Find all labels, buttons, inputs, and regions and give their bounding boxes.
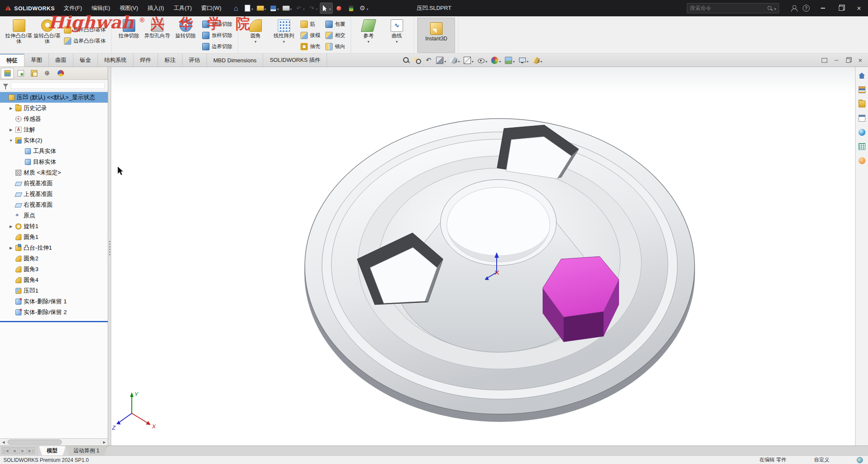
search-caret-icon[interactable] — [774, 4, 776, 12]
forum-icon[interactable] — [856, 156, 868, 166]
property-manager-icon[interactable] — [14, 68, 27, 79]
draft-button[interactable]: 拔模 — [299, 30, 322, 41]
view-settings-icon[interactable] — [517, 56, 530, 65]
doc-minimize-button[interactable] — [831, 56, 841, 65]
tree-item[interactable]: 原点 — [0, 210, 108, 221]
boundary-boss-button[interactable]: 边界凸台/基体 — [63, 36, 107, 46]
view-orientation-icon[interactable] — [449, 56, 461, 65]
redo-icon[interactable] — [307, 3, 319, 14]
command-tab[interactable]: SOLIDWORKS 插件 — [263, 54, 327, 67]
reference-geometry-button[interactable]: 参考 — [354, 18, 382, 53]
scroll-left-icon[interactable] — [0, 439, 7, 446]
dimxpert-manager-icon[interactable] — [41, 68, 54, 79]
tree-item[interactable]: 旋转1 — [0, 221, 108, 232]
extruded-cut-button[interactable]: 拉伸切除 — [115, 18, 143, 53]
reference-caret-icon[interactable] — [367, 39, 370, 44]
previous-tab-icon[interactable] — [10, 447, 18, 454]
view-palette-icon[interactable] — [856, 113, 868, 123]
new-document-icon[interactable] — [243, 3, 255, 14]
doc-close-button[interactable] — [855, 56, 865, 65]
lin-pattern-caret-icon[interactable] — [283, 39, 285, 44]
panel-splitter[interactable] — [108, 67, 111, 446]
tree-item[interactable]: 圆角4 — [0, 275, 108, 285]
menu-item[interactable]: 编辑(E) — [87, 0, 115, 16]
zoom-fit-icon[interactable] — [401, 56, 411, 65]
filter-funnel-icon[interactable] — [3, 84, 8, 87]
menu-item[interactable]: 窗口(W) — [197, 0, 226, 16]
tree-item[interactable]: 目标实体 — [0, 156, 108, 167]
rib-button[interactable]: 筋 — [299, 19, 322, 30]
fillet-button[interactable]: 圆角 — [241, 18, 270, 53]
custom-text[interactable]: 自定义 — [814, 456, 829, 464]
extruded-boss-button[interactable]: 拉伸凸台/基体 — [5, 18, 33, 53]
section-view-icon[interactable] — [435, 56, 447, 65]
expand-arrow-icon[interactable] — [9, 246, 13, 250]
shell-button[interactable]: 抽壳 — [299, 41, 322, 52]
zoom-area-icon[interactable] — [413, 56, 422, 65]
doc-frame-icon[interactable] — [819, 56, 829, 65]
expand-arrow-icon[interactable] — [9, 138, 13, 143]
wrap-button[interactable]: 包覆 — [324, 19, 346, 30]
custom-properties-icon[interactable] — [856, 141, 868, 152]
tree-item[interactable]: 压凹 (默认) <<默认>_显示状态 — [0, 92, 108, 103]
command-tab[interactable]: 焊件 — [134, 54, 158, 67]
tree-item[interactable]: 实体-删除/保留 2 — [0, 307, 108, 317]
lin-pattern-button[interactable]: 线性阵列 — [270, 18, 298, 53]
record-icon[interactable] — [334, 3, 345, 14]
tree-item[interactable]: 右视基准面 — [0, 199, 108, 210]
tree-item[interactable]: 实体(2) — [0, 135, 108, 146]
command-tab[interactable]: 特征 — [0, 54, 24, 67]
rebuild-icon[interactable] — [346, 3, 357, 14]
minimize-button[interactable] — [814, 0, 832, 16]
tree-item[interactable]: 前视基准面 — [0, 178, 108, 189]
expand-arrow-icon[interactable] — [9, 224, 13, 229]
restore-button[interactable] — [832, 0, 850, 16]
menu-item[interactable]: 文件(F) — [59, 0, 87, 16]
graphics-viewport[interactable]: Y X Z — [111, 67, 855, 446]
last-tab-icon[interactable] — [27, 447, 35, 454]
configuration-manager-icon[interactable] — [27, 68, 40, 79]
previous-view-icon[interactable] — [424, 56, 434, 65]
tree-item[interactable]: 凸台-拉伸1 — [0, 242, 108, 253]
mirror-button[interactable]: 镜向 — [324, 41, 346, 52]
help-icon[interactable] — [803, 5, 810, 12]
first-tab-icon[interactable] — [2, 447, 9, 454]
three-d-drawing-icon[interactable] — [531, 56, 543, 65]
instant3d-button[interactable]: Instant3D — [417, 18, 455, 53]
expand-arrow-icon[interactable] — [9, 106, 13, 110]
tree-item[interactable]: 历史记录 — [0, 103, 108, 113]
command-tab[interactable]: 曲面 — [49, 54, 73, 67]
command-tab[interactable]: 结构系统 — [98, 54, 134, 67]
expand-arrow-icon[interactable] — [9, 128, 13, 132]
tree-item[interactable]: 圆角2 — [0, 253, 108, 264]
next-tab-icon[interactable] — [19, 447, 27, 454]
close-button[interactable] — [850, 0, 868, 16]
lofted-boss-button[interactable]: 放样凸台/基体 — [63, 24, 107, 35]
command-tab[interactable]: MBD Dimensions — [207, 54, 263, 67]
display-manager-icon[interactable] — [54, 68, 67, 79]
open-document-icon[interactable] — [255, 3, 267, 14]
resources-home-icon[interactable] — [856, 70, 868, 81]
command-tab[interactable]: 草图 — [24, 54, 49, 67]
home-icon[interactable] — [231, 3, 242, 14]
undo-icon[interactable] — [294, 3, 306, 14]
command-tab[interactable]: 评估 — [182, 54, 207, 67]
menu-item[interactable]: 工具(T) — [169, 0, 197, 16]
tree-item[interactable]: 材质 <未指定> — [0, 167, 108, 178]
viewport-canvas[interactable]: Y X Z — [111, 67, 855, 446]
design-library-icon[interactable] — [856, 85, 868, 95]
fillet-caret-icon[interactable] — [255, 39, 257, 44]
panel-horizontal-scrollbar[interactable] — [0, 438, 108, 446]
apply-scene-icon[interactable] — [504, 56, 516, 65]
command-search[interactable] — [687, 3, 779, 13]
swept-cut-button[interactable]: 扫描切除 — [201, 19, 234, 30]
display-style-icon[interactable] — [462, 56, 475, 65]
file-explorer-icon[interactable] — [856, 99, 868, 109]
options-gear-icon[interactable] — [358, 3, 370, 14]
command-tab[interactable]: 钣金 — [73, 54, 98, 67]
document-tab[interactable]: 运动算例 1 — [66, 446, 107, 455]
tree-item[interactable]: 传感器 — [0, 113, 108, 124]
tree-item[interactable]: 上视基准面 — [0, 189, 108, 199]
intersect-button[interactable]: 相交 — [324, 30, 346, 41]
boundary-cut-button[interactable]: 边界切除 — [201, 41, 234, 52]
